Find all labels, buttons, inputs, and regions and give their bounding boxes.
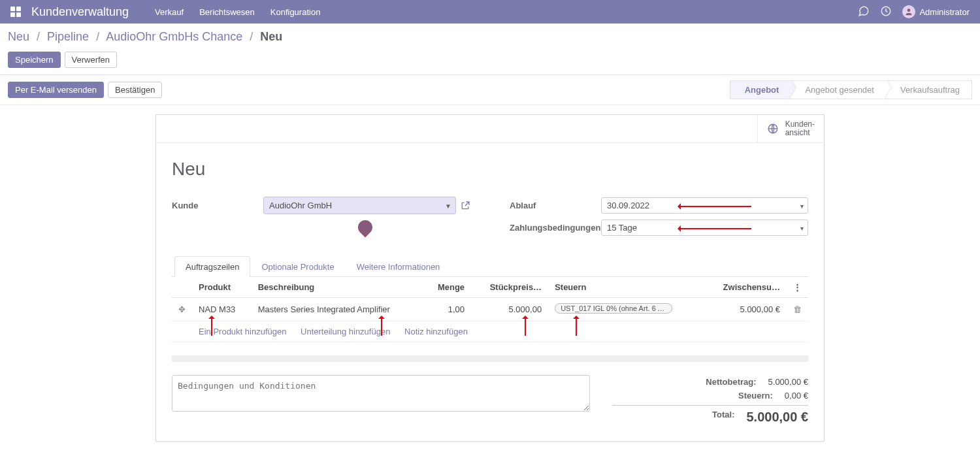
annotation-arrow bbox=[211, 318, 212, 336]
cell-product[interactable]: NAD M33 bbox=[192, 298, 252, 321]
expiry-label: Ablauf bbox=[510, 201, 601, 210]
annotation-arrow bbox=[679, 206, 751, 207]
cell-qty[interactable]: 1,00 bbox=[423, 298, 471, 321]
column-options-icon[interactable]: ⋮ bbox=[787, 277, 808, 298]
cell-subtotal: 5.000,00 € bbox=[703, 298, 787, 321]
crumb-neu[interactable]: Neu bbox=[8, 30, 29, 43]
stage-angebot[interactable]: Angebot bbox=[730, 80, 791, 99]
menu-konfiguration[interactable]: Konfiguration bbox=[270, 7, 321, 17]
apps-icon[interactable] bbox=[10, 7, 21, 17]
confirm-button[interactable]: Bestätigen bbox=[108, 82, 162, 98]
col-subtotal: Zwischensu… bbox=[703, 277, 787, 298]
chevron-down-icon: ▾ bbox=[800, 224, 804, 231]
separator bbox=[172, 355, 808, 362]
col-description: Beschreibung bbox=[252, 277, 424, 298]
annotation-arrow bbox=[576, 318, 577, 336]
add-note-link[interactable]: Notiz hinzufügen bbox=[404, 327, 468, 336]
external-link-icon[interactable] bbox=[460, 201, 470, 211]
send-email-button[interactable]: Per E-Mail versenden bbox=[8, 82, 104, 98]
drag-handle-icon[interactable]: ✥ bbox=[178, 304, 186, 314]
col-price: Stückpreis… bbox=[471, 277, 548, 298]
cell-price[interactable]: 5.000,00 bbox=[471, 298, 548, 321]
totals: Nettobetrag:5.000,00 € Steuern:0,00 € To… bbox=[612, 375, 808, 427]
chevron-down-icon: ▾ bbox=[800, 202, 804, 209]
annotation-arrow bbox=[381, 318, 382, 336]
topbar: Kundenverwaltung Verkauf Berichtswesen K… bbox=[0, 0, 980, 24]
annotation-arrow bbox=[525, 318, 526, 336]
net-amount: 5.000,00 € bbox=[768, 377, 808, 387]
top-menu: Verkauf Berichtswesen Konfiguration bbox=[155, 7, 320, 17]
total-amount: 5.000,00 € bbox=[746, 410, 808, 425]
col-product: Produkt bbox=[192, 277, 252, 298]
add-section-link[interactable]: Unterteilung hinzufügen bbox=[301, 327, 390, 336]
clock-icon[interactable] bbox=[880, 5, 892, 19]
crumb-chance[interactable]: AudioOhr GmbHs Chance bbox=[106, 30, 242, 43]
record-title: Neu bbox=[172, 159, 808, 180]
app-title: Kundenverwaltung bbox=[31, 5, 129, 19]
cell-description[interactable]: Masters Series Integrated Amplifier bbox=[252, 298, 424, 321]
svg-point-1 bbox=[907, 8, 911, 12]
tax-amount: 0,00 € bbox=[785, 391, 808, 400]
order-lines-table: Produkt Beschreibung Menge Stückpreis… S… bbox=[172, 277, 808, 342]
globe-icon bbox=[767, 123, 779, 135]
discard-button[interactable]: Verwerfen bbox=[65, 52, 118, 68]
save-button[interactable]: Speichern bbox=[8, 52, 61, 68]
crumb-current: Neu bbox=[260, 30, 282, 43]
trash-icon[interactable]: 🗑 bbox=[793, 304, 802, 314]
menu-verkauf[interactable]: Verkauf bbox=[155, 7, 184, 17]
tab-weitere-informationen[interactable]: Weitere Informationen bbox=[346, 256, 451, 277]
chevron-down-icon: ▼ bbox=[445, 202, 451, 209]
user-menu[interactable]: Administrator bbox=[902, 5, 970, 18]
stage-angebot-gesendet[interactable]: Angebot gesendet bbox=[791, 80, 886, 99]
statusbar-row: Per E-Mail versenden Bestätigen Angebot … bbox=[0, 75, 980, 105]
table-row[interactable]: ✥ NAD M33 Masters Series Integrated Ampl… bbox=[172, 298, 808, 321]
edit-buttons: Speichern Verwerfen bbox=[0, 48, 980, 75]
terms-conditions-input[interactable] bbox=[172, 375, 590, 412]
breadcrumb: Neu / Pipeline / AudioOhr GmbHs Chance /… bbox=[0, 24, 980, 48]
col-tax: Steuern bbox=[548, 277, 703, 298]
stage-verkaufsauftrag[interactable]: Verkaufsauftrag bbox=[886, 80, 972, 99]
tab-auftragszeilen[interactable]: Auftragszeilen bbox=[174, 256, 250, 277]
tabs: Auftragszeilen Optionale Produkte Weiter… bbox=[172, 255, 808, 277]
chat-icon[interactable] bbox=[858, 5, 870, 19]
cell-tax[interactable]: UST_017 IGL 0% (ohne Art. 6 Ab… bbox=[548, 298, 703, 321]
avatar-icon bbox=[902, 5, 915, 18]
statusbar: Angebot Angebot gesendet Verkaufsauftrag bbox=[730, 80, 972, 99]
annotation-arrow bbox=[679, 228, 751, 229]
customer-field[interactable]: AudioOhr GmbH ▼ bbox=[263, 197, 456, 214]
customer-label: Kunde bbox=[172, 201, 263, 210]
tab-optionale-produkte[interactable]: Optionale Produkte bbox=[250, 256, 345, 277]
menu-berichtswesen[interactable]: Berichtswesen bbox=[199, 7, 255, 17]
customer-view-button[interactable]: Kunden- ansicht bbox=[757, 115, 824, 142]
col-qty: Menge bbox=[423, 277, 471, 298]
username: Administrator bbox=[919, 7, 970, 17]
payment-terms-label: Zahlungsbedingungen bbox=[510, 223, 601, 233]
crumb-pipeline[interactable]: Pipeline bbox=[47, 30, 89, 43]
form-sheet: Kunden- ansicht Neu Kunde AudioOhr GmbH … bbox=[155, 114, 825, 442]
